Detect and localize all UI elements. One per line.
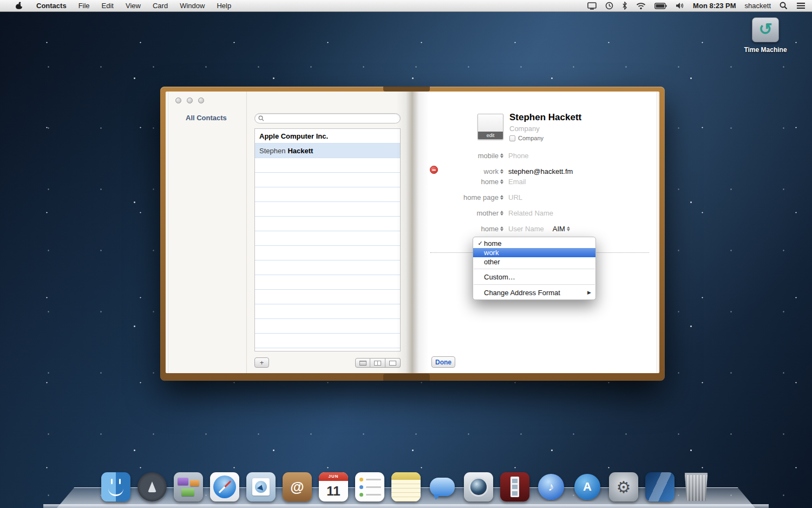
submenu-arrow-icon: ▶ bbox=[587, 290, 591, 295]
menu-item-window[interactable]: Window bbox=[174, 2, 211, 10]
battery-status-icon[interactable] bbox=[654, 3, 667, 9]
dock-calendar-icon[interactable]: JUN 11 bbox=[318, 472, 349, 502]
dock-messages-icon[interactable] bbox=[427, 472, 457, 502]
dock-finder-icon[interactable] bbox=[101, 472, 131, 502]
dock-notes-icon[interactable] bbox=[391, 472, 421, 502]
dock-safari-icon[interactable] bbox=[209, 472, 240, 502]
photo-edit-badge[interactable]: edit bbox=[478, 132, 503, 139]
time-machine-status-icon[interactable] bbox=[605, 2, 613, 10]
close-button[interactable] bbox=[175, 97, 181, 103]
menu-item-change-address-format[interactable]: Change Address Format ▶ bbox=[473, 287, 595, 298]
app-store-a-icon: A bbox=[574, 474, 600, 500]
menu-bar-status-area: Mon 8:23 PM shackett bbox=[587, 2, 812, 10]
field-value-related-name[interactable]: Related Name bbox=[508, 209, 553, 217]
field-row-mobile: mobile Phone bbox=[350, 151, 529, 160]
dock-launchpad-icon[interactable] bbox=[137, 472, 167, 502]
group-title[interactable]: All Contacts bbox=[186, 114, 227, 122]
contact-first-name: Stephen bbox=[259, 147, 285, 155]
field-value-work-email[interactable]: stephen@hackett.fm bbox=[508, 167, 573, 175]
menu-item-custom[interactable]: Custom… bbox=[473, 271, 595, 282]
left-page-edges bbox=[166, 92, 169, 373]
list-row-company[interactable]: Apple Computer Inc. bbox=[255, 129, 400, 144]
menu-item-home[interactable]: ✓ home bbox=[473, 239, 595, 248]
empty-list-row bbox=[255, 246, 400, 260]
display-status-icon[interactable] bbox=[587, 2, 597, 10]
company-field-placeholder[interactable]: Company bbox=[509, 125, 540, 133]
company-row-label: Apple Computer Inc. bbox=[259, 132, 328, 140]
empty-list-row bbox=[255, 334, 400, 348]
dock-itunes-icon[interactable]: ♪ bbox=[536, 472, 566, 502]
wifi-status-icon[interactable] bbox=[636, 2, 646, 10]
dock-system-preferences-icon[interactable]: ⚙ bbox=[608, 472, 639, 502]
menu-bar-left: Contacts File Edit View Card Window Help bbox=[0, 2, 237, 10]
menu-item-work[interactable]: work bbox=[473, 248, 595, 257]
view-list-button[interactable] bbox=[355, 358, 370, 368]
stamp-icon bbox=[252, 478, 270, 496]
menu-bar-username[interactable]: shackett bbox=[745, 2, 771, 10]
apple-logo-icon bbox=[15, 2, 23, 10]
spotlight-search-icon[interactable] bbox=[780, 2, 788, 10]
field-row-home-email: home Email bbox=[350, 177, 526, 186]
field-value-phone[interactable]: Phone bbox=[508, 152, 529, 160]
rocket-icon bbox=[148, 481, 156, 492]
field-value-home-email[interactable]: Email bbox=[508, 178, 526, 186]
notification-center-icon[interactable] bbox=[796, 2, 806, 9]
dock-contacts-icon[interactable]: @ bbox=[282, 472, 312, 502]
dock-trash-icon[interactable] bbox=[681, 472, 711, 502]
contacts-window: All Contacts Apple Computer Inc. Stephen… bbox=[160, 87, 665, 381]
volume-status-icon[interactable] bbox=[676, 2, 684, 9]
checkmark-icon: ✓ bbox=[476, 240, 484, 247]
company-checkbox[interactable] bbox=[509, 135, 515, 141]
dock-reminders-icon[interactable] bbox=[355, 472, 385, 502]
field-label-home-email[interactable]: home bbox=[350, 178, 503, 186]
dock-display-icon[interactable] bbox=[645, 472, 675, 502]
dock-photo-booth-icon[interactable] bbox=[500, 472, 530, 502]
view-card-button[interactable] bbox=[385, 358, 401, 368]
menu-bar-clock[interactable]: Mon 8:23 PM bbox=[693, 2, 736, 10]
field-value-username[interactable]: User Name bbox=[508, 225, 544, 233]
bluetooth-status-icon[interactable] bbox=[622, 2, 627, 10]
field-label-home-im[interactable]: home bbox=[350, 225, 503, 233]
dock-facetime-icon[interactable] bbox=[463, 472, 494, 502]
dock-app-store-icon[interactable]: A bbox=[572, 472, 603, 502]
menu-item-help[interactable]: Help bbox=[211, 2, 237, 10]
label-popup-menu: ✓ home work other Custom… Change Address… bbox=[473, 237, 596, 300]
contact-photo[interactable]: edit bbox=[477, 114, 503, 140]
field-label-text: mother bbox=[477, 209, 499, 217]
view-columns-button[interactable] bbox=[370, 358, 385, 368]
menu-item-card[interactable]: Card bbox=[147, 2, 174, 10]
view-mode-segmented-control bbox=[355, 358, 401, 368]
search-input[interactable] bbox=[266, 115, 397, 122]
window-controls bbox=[175, 97, 204, 103]
done-button[interactable]: Done bbox=[431, 356, 455, 368]
eagle-icon bbox=[257, 484, 265, 491]
menu-app-name[interactable]: Contacts bbox=[30, 2, 73, 10]
empty-list-row bbox=[255, 275, 400, 290]
add-contact-button[interactable]: + bbox=[254, 357, 269, 368]
menu-item-edit[interactable]: Edit bbox=[96, 2, 120, 10]
menu-item-other[interactable]: other bbox=[473, 257, 595, 266]
field-label-mobile[interactable]: mobile bbox=[350, 152, 503, 160]
company-checkbox-row: Company bbox=[509, 135, 543, 141]
field-value-url[interactable]: URL bbox=[508, 193, 522, 201]
music-note-icon: ♪ bbox=[538, 474, 564, 500]
im-service-popup[interactable]: AIM bbox=[553, 225, 570, 233]
dock-mail-icon[interactable] bbox=[246, 472, 276, 502]
menu-item-other-label: other bbox=[484, 258, 500, 266]
dock-mission-control-icon[interactable] bbox=[173, 472, 204, 502]
time-machine-arrow-icon: ↺ bbox=[758, 21, 772, 37]
time-machine-label[interactable]: Time Machine bbox=[728, 46, 803, 54]
im-service-label: AIM bbox=[553, 225, 565, 233]
search-field[interactable] bbox=[254, 113, 401, 123]
zoom-button[interactable] bbox=[198, 97, 204, 103]
field-label-homepage[interactable]: home page bbox=[350, 193, 503, 201]
field-label-mother[interactable]: mother bbox=[350, 209, 503, 217]
apple-menu-icon[interactable] bbox=[8, 2, 30, 10]
label-popup-arrows-icon bbox=[500, 169, 503, 174]
minimize-button[interactable] bbox=[187, 97, 193, 103]
calendar-month: JUN bbox=[319, 472, 348, 481]
menu-item-view[interactable]: View bbox=[120, 2, 147, 10]
menu-item-file[interactable]: File bbox=[73, 2, 96, 10]
time-machine-desktop-icon[interactable]: ↺ bbox=[752, 17, 779, 42]
field-label-work[interactable]: work bbox=[350, 167, 503, 175]
